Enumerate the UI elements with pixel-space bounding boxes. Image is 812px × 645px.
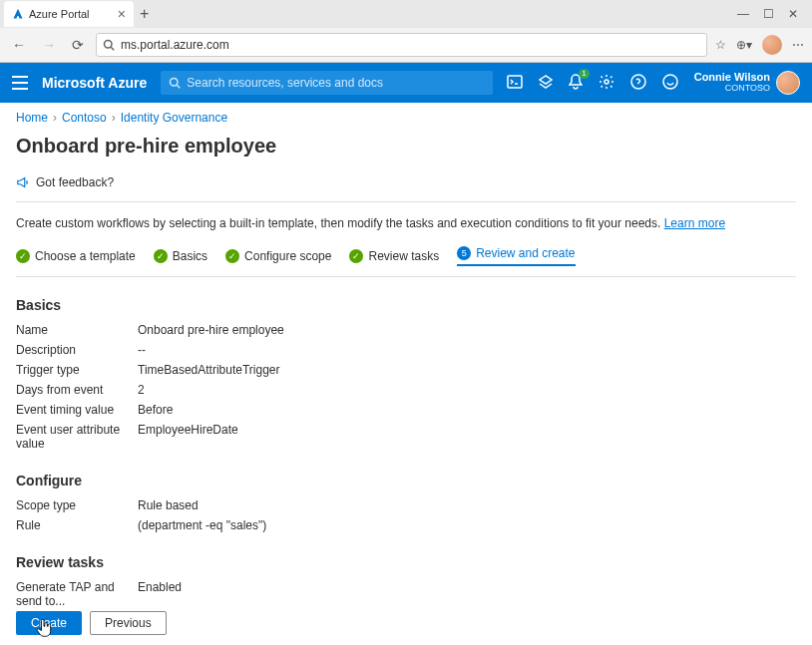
kv-row: Event timing valueBefore [16, 403, 796, 417]
new-tab-button[interactable]: + [140, 5, 149, 23]
svg-rect-2 [12, 76, 28, 78]
feedback-smile-icon[interactable] [662, 74, 678, 93]
user-menu[interactable]: Connie Wilson CONTOSO [694, 71, 800, 95]
learn-more-link[interactable]: Learn more [664, 216, 725, 230]
divider [16, 201, 796, 202]
kv-value: Rule based [138, 498, 199, 512]
chevron-right-icon: › [112, 111, 116, 125]
step-review-tasks[interactable]: ✓ Review tasks [349, 249, 439, 263]
search-icon [169, 77, 181, 89]
global-search-input[interactable] [187, 76, 484, 90]
tab-close-icon[interactable]: × [118, 6, 126, 22]
refresh-button[interactable]: ⟳ [68, 35, 88, 55]
step-basics[interactable]: ✓ Basics [154, 249, 207, 263]
svg-line-6 [178, 85, 181, 88]
section-heading: Basics [16, 297, 796, 313]
previous-button[interactable]: Previous [90, 611, 167, 635]
kv-value: (department -eq "sales") [138, 518, 266, 532]
back-button[interactable]: ← [8, 35, 30, 55]
step-label: Review tasks [368, 249, 439, 263]
tab-title: Azure Portal [29, 8, 90, 20]
wizard-footer: Create Previous [0, 601, 812, 645]
section-heading: Configure [16, 473, 796, 488]
svg-line-1 [111, 47, 114, 50]
step-label: Basics [173, 249, 207, 263]
url-bar[interactable] [96, 33, 707, 57]
svg-point-0 [105, 41, 113, 49]
basics-section: Basics NameOnboard pre-hire employee Des… [16, 297, 796, 451]
kv-value: 2 [138, 383, 145, 397]
check-icon: ✓ [349, 249, 363, 263]
browser-nav-bar: ← → ⟳ ☆ ⊕▾ ⋯ [0, 28, 812, 62]
browser-toolbar-right: ☆ ⊕▾ ⋯ [715, 35, 804, 55]
step-label: Configure scope [244, 249, 331, 263]
close-window-icon[interactable]: ✕ [788, 7, 798, 21]
configure-section: Configure Scope typeRule based Rule(depa… [16, 473, 796, 532]
collections-icon[interactable]: ⊕▾ [736, 38, 752, 52]
check-icon: ✓ [154, 249, 168, 263]
user-org: CONTOSO [694, 83, 770, 94]
step-configure-scope[interactable]: ✓ Configure scope [225, 249, 331, 263]
search-icon [103, 39, 115, 51]
browser-more-icon[interactable]: ⋯ [792, 38, 804, 52]
cloud-shell-icon[interactable] [507, 75, 523, 92]
kv-label: Rule [16, 518, 138, 532]
browser-chrome: Azure Portal × + — ☐ ✕ ← → ⟳ ☆ ⊕▾ ⋯ [0, 0, 812, 63]
kv-row: Trigger typeTimeBasedAttributeTrigger [16, 363, 796, 377]
hamburger-menu-icon[interactable] [12, 76, 28, 90]
kv-label: Event user attribute value [16, 423, 138, 451]
notifications-icon[interactable]: 1 [569, 74, 583, 93]
notification-badge: 1 [579, 69, 589, 79]
kv-row: Days from event2 [16, 383, 796, 397]
check-icon: ✓ [225, 249, 239, 263]
kv-label: Days from event [16, 383, 138, 397]
svg-rect-4 [12, 88, 28, 90]
kv-value: EmployeeHireDate [138, 423, 238, 451]
create-button[interactable]: Create [16, 611, 82, 635]
breadcrumb-contoso[interactable]: Contoso [62, 111, 107, 125]
wizard-steps: ✓ Choose a template ✓ Basics ✓ Configure… [16, 246, 796, 266]
section-heading: Review tasks [16, 554, 796, 570]
step-label: Review and create [476, 246, 575, 260]
step-choose-template[interactable]: ✓ Choose a template [16, 249, 136, 263]
forward-button[interactable]: → [38, 35, 60, 55]
window-controls: — ☐ ✕ [737, 7, 808, 21]
breadcrumb-identity-governance[interactable]: Identity Governance [121, 111, 227, 125]
intro-text: Create custom workflows by selecting a b… [16, 216, 796, 230]
global-search[interactable] [161, 71, 492, 95]
svg-point-10 [663, 75, 677, 89]
divider [16, 276, 796, 277]
step-review-and-create[interactable]: 5 Review and create [457, 246, 575, 266]
kv-value: -- [138, 343, 146, 357]
minimize-icon[interactable]: — [737, 7, 749, 21]
settings-icon[interactable] [599, 74, 614, 93]
browser-tab[interactable]: Azure Portal × [4, 1, 134, 27]
user-avatar [776, 71, 800, 95]
kv-label: Name [16, 323, 138, 337]
kv-label: Scope type [16, 498, 138, 512]
kv-value: Onboard pre-hire employee [138, 323, 284, 337]
svg-rect-3 [12, 82, 28, 84]
directories-icon[interactable] [539, 75, 553, 92]
feedback-link[interactable]: Got feedback? [16, 175, 114, 189]
step-label: Choose a template [35, 249, 136, 263]
maximize-icon[interactable]: ☐ [763, 7, 774, 21]
svg-rect-7 [508, 76, 522, 88]
feedback-label: Got feedback? [36, 175, 114, 189]
kv-label: Event timing value [16, 403, 138, 417]
user-info: Connie Wilson CONTOSO [694, 72, 770, 94]
kv-value: TimeBasedAttributeTrigger [138, 363, 280, 377]
url-input[interactable] [121, 38, 700, 52]
favorite-icon[interactable]: ☆ [715, 38, 726, 52]
help-icon[interactable] [630, 74, 646, 93]
kv-value: Before [138, 403, 173, 417]
breadcrumb-home[interactable]: Home [16, 111, 48, 125]
browser-profile-avatar[interactable] [762, 35, 782, 55]
azure-header-icons: 1 Connie Wilson CONTOSO [507, 71, 800, 95]
user-name: Connie Wilson [694, 72, 770, 83]
kv-row: Scope typeRule based [16, 498, 796, 512]
review-tasks-section: Review tasks Generate TAP and send to...… [16, 554, 796, 608]
svg-point-8 [605, 80, 609, 84]
azure-brand[interactable]: Microsoft Azure [42, 75, 147, 91]
page-content: Onboard pre-hire employee Got feedback? … [0, 135, 812, 645]
